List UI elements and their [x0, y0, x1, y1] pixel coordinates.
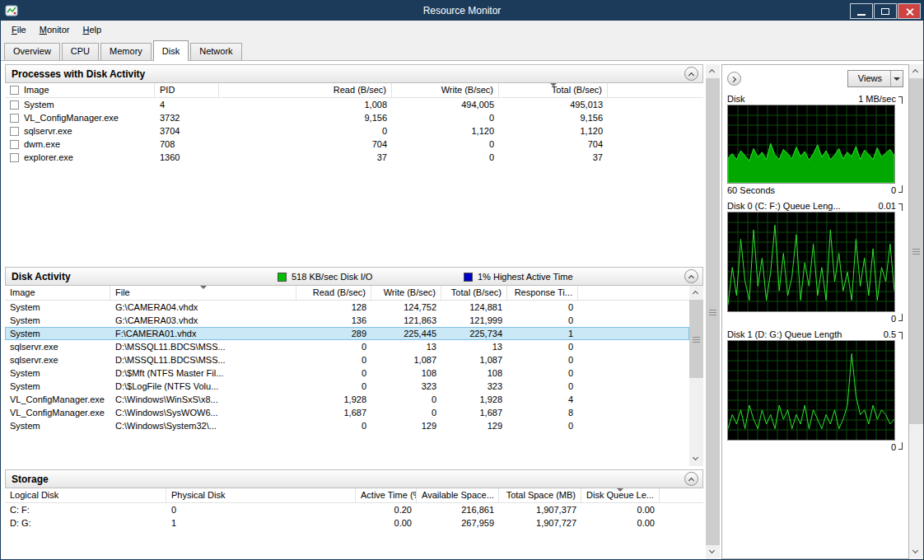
row-checkbox[interactable]	[10, 127, 19, 136]
scroll-down-button[interactable]	[909, 545, 923, 559]
table-row[interactable]: SystemF:\CAMERA01.vhdx289225,445225,7341	[5, 327, 689, 340]
cell-text: 1,928	[479, 394, 502, 404]
cell-text: G:\CAMERA03.vhdx	[115, 315, 198, 325]
disk-activity-panel-header[interactable]: Disk Activity 518 KB/sec Disk I/O 1% Hig…	[5, 267, 703, 286]
table-row[interactable]: dwm.exe7087040704	[5, 138, 703, 151]
column-header[interactable]: PID	[155, 83, 219, 97]
processes-panel-header[interactable]: Processes with Disk Activity	[5, 64, 703, 83]
charts-pane-controls: Views	[727, 69, 903, 87]
column-header[interactable]: Read (B/sec)	[296, 286, 371, 300]
cell-text: D:\$Mft (NTFS Master Fil...	[115, 368, 223, 378]
scrollbar-thumb[interactable]	[706, 78, 720, 545]
collapse-button[interactable]	[684, 67, 698, 81]
row-checkbox[interactable]	[10, 153, 19, 162]
close-button[interactable]	[898, 3, 921, 19]
table-row[interactable]: sqlservr.exeD:\MSSQL11.BDCS\MSS...01,087…	[5, 353, 689, 366]
select-all-checkbox[interactable]	[10, 86, 19, 95]
disk-io-legend: 518 KB/sec Disk I/O	[278, 272, 372, 282]
column-header[interactable]: File	[110, 286, 296, 300]
views-button[interactable]: Views	[847, 70, 903, 87]
app-icon	[5, 4, 18, 17]
scroll-up-button[interactable]	[706, 64, 720, 78]
cell-text: sqlservr.exe	[10, 342, 58, 352]
tab-cpu[interactable]: CPU	[62, 43, 99, 60]
column-header[interactable]: Image	[5, 286, 110, 300]
cell: 37	[219, 151, 392, 164]
column-header[interactable]: Active Time (%)	[356, 488, 417, 502]
cell: sqlservr.exe	[5, 340, 110, 353]
chart-1: Disk 0 (C: F:) Queue Leng...0.010	[727, 199, 903, 324]
row-checkbox[interactable]	[10, 100, 19, 110]
tab-disk[interactable]: Disk	[153, 40, 189, 61]
cell: 225,445	[371, 327, 441, 340]
table-row[interactable]: explorer.exe136037037	[5, 151, 703, 164]
column-header[interactable]: Available Space...	[417, 488, 499, 502]
column-header[interactable]: Logical Disk	[5, 488, 166, 502]
cell: 1,087	[371, 353, 441, 366]
column-header[interactable]: Image	[5, 83, 155, 97]
row-checkbox[interactable]	[10, 114, 19, 123]
menu-monitor[interactable]: Monitor	[33, 22, 77, 37]
cell-text: D: G:	[10, 518, 31, 528]
table-row[interactable]: VL_ConfigManager.exeC:\Windows\WinSxS\x8…	[5, 393, 689, 406]
table-row[interactable]: sqlservr.exe370401,1201,120	[5, 124, 703, 138]
dropdown-arrow-icon[interactable]	[890, 71, 903, 86]
cell-text: 1,687	[343, 408, 366, 418]
cell: 0	[507, 419, 578, 432]
storage-panel-header[interactable]: Storage	[5, 469, 703, 488]
storage-table: Logical DiskPhysical DiskActive Time (%)…	[5, 488, 703, 530]
column-header[interactable]: Disk Queue Le...	[581, 488, 660, 502]
chart-footer-row: 60 Seconds0	[727, 184, 903, 196]
table-row[interactable]: SystemG:\CAMERA04.vhdx128124,752124,8810	[5, 301, 689, 314]
menu-file[interactable]: File	[5, 22, 33, 37]
scale-bracket-bottom	[898, 185, 903, 193]
column-header[interactable]: Response Ti...	[507, 286, 578, 300]
collapse-button[interactable]	[684, 472, 698, 486]
row-filler	[608, 98, 703, 111]
scroll-down-button[interactable]	[689, 452, 703, 466]
column-header[interactable]: Write (B/sec)	[392, 83, 499, 97]
table-row[interactable]: SystemC:\Windows\System32\...01291290	[5, 419, 689, 432]
table-row[interactable]: sqlservr.exeD:\MSSQL11.BDCS\MSS...013130	[5, 340, 689, 353]
menu-help[interactable]: Help	[76, 22, 108, 37]
scrollbar-thumb[interactable]	[689, 300, 703, 378]
column-label: Physical Disk	[171, 490, 225, 500]
table-row[interactable]: System41,008494,005495,013	[5, 98, 703, 111]
table-row[interactable]: SystemD:\$LogFile (NTFS Volu...03233230	[5, 380, 689, 393]
scroll-up-button[interactable]	[909, 64, 923, 78]
maximize-button[interactable]	[874, 3, 897, 19]
column-header[interactable]: Physical Disk	[166, 488, 356, 502]
table-row[interactable]: VL_ConfigManager.exeC:\Windows\SysWOW6..…	[5, 406, 689, 419]
cell-text: 37	[593, 152, 603, 162]
collapse-pane-button[interactable]	[727, 72, 741, 86]
column-header[interactable]: Total Space (MB)	[499, 488, 581, 502]
cell-text: C:\Windows\WinSxS\x8...	[115, 394, 218, 404]
collapse-button[interactable]	[684, 269, 698, 283]
table-row[interactable]: VL_ConfigManager.exe37329,15609,156	[5, 111, 703, 124]
disk-table-scrollbar[interactable]	[689, 286, 703, 466]
table-row[interactable]: C: F:00.20216,8611,907,3770.00	[5, 503, 703, 516]
column-header[interactable]: Total (B/sec)	[441, 286, 507, 300]
cell: 0	[296, 366, 371, 380]
left-scrollbar[interactable]	[706, 64, 720, 559]
cell: 4	[155, 98, 219, 111]
column-header[interactable]: Write (B/sec)	[371, 286, 441, 300]
tab-memory[interactable]: Memory	[100, 43, 152, 60]
tab-overview[interactable]: Overview	[4, 43, 60, 60]
title-bar[interactable]: Resource Monitor	[1, 1, 923, 21]
cell-text: 0	[568, 315, 573, 325]
table-row[interactable]: SystemD:\$Mft (NTFS Master Fil...0108108…	[5, 366, 689, 380]
cell-text: explorer.exe	[24, 152, 73, 162]
column-header[interactable]: Read (B/sec)	[219, 83, 392, 97]
scroll-up-button[interactable]	[689, 286, 703, 300]
scroll-down-button[interactable]	[706, 545, 720, 559]
minimize-button[interactable]	[850, 3, 873, 19]
tab-network[interactable]: Network	[190, 43, 241, 60]
row-checkbox[interactable]	[10, 140, 19, 149]
column-header[interactable]: Total (B/sec)	[499, 83, 608, 97]
chart-plot-area	[727, 212, 895, 312]
right-scrollbar[interactable]	[909, 64, 923, 559]
table-row[interactable]: D: G:10.00267,9591,907,7270.00	[5, 516, 703, 530]
scrollbar-thumb[interactable]	[909, 78, 923, 424]
table-row[interactable]: SystemG:\CAMERA03.vhdx136121,863121,9990	[5, 314, 689, 327]
